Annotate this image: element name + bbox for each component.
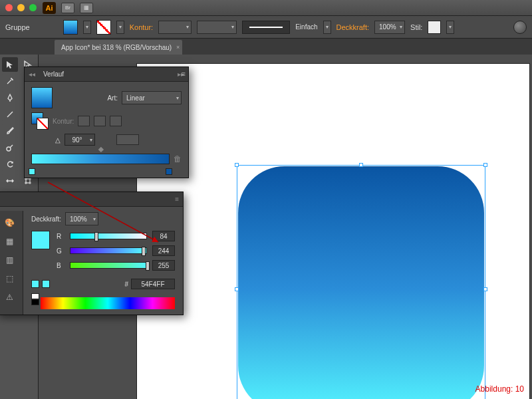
warning-icon[interactable]: ⚠ [3, 291, 17, 304]
arrange-docs-icon[interactable]: ▦ [80, 3, 93, 13]
b-value[interactable]: 255 [152, 260, 175, 271]
kontur-label: Kontur: [130, 23, 153, 31]
line-tool-icon[interactable] [2, 107, 18, 122]
brush-label: Einfach [295, 23, 317, 31]
r-value[interactable]: 84 [152, 231, 175, 241]
selection-bounding-box [237, 165, 485, 399]
figure-caption: Abbildung: 10 [475, 384, 524, 394]
gradient-ramp[interactable] [31, 154, 170, 164]
opacity-dropdown[interactable]: 100% [374, 21, 405, 34]
blob-brush-tool-icon[interactable] [2, 140, 18, 155]
swatches-panel-icon[interactable]: ▥ [3, 253, 17, 267]
resize-handle-icon[interactable] [235, 287, 239, 291]
document-tab-bar: App Icon* bei 318 % (RGB/Vorschau) × [0, 39, 532, 55]
fill-swatch[interactable] [63, 20, 78, 35]
fill-stroke-toggle[interactable] [31, 112, 49, 130]
color-guide-icon[interactable]: ▦ [3, 235, 17, 248]
color-panel-icon[interactable]: 🎨 [3, 216, 17, 229]
close-window-icon[interactable] [5, 4, 13, 11]
gradient-stop-left[interactable] [29, 168, 35, 175]
black-swatch-icon[interactable] [31, 299, 39, 305]
fill-dropdown[interactable] [83, 21, 91, 34]
color-opacity-label: Deckkraft: [31, 215, 61, 223]
b-label: B [57, 262, 65, 269]
selection-type-label: Gruppe [5, 23, 30, 31]
aspect-ratio-field[interactable] [116, 134, 139, 145]
angle-icon: △ [55, 136, 61, 144]
document-tab[interactable]: App Icon* bei 318 % (RGB/Vorschau) × [55, 40, 182, 55]
gradient-type-label: Art: [107, 94, 118, 102]
g-value[interactable]: 244 [152, 245, 175, 256]
window-traffic-lights [5, 4, 37, 11]
resize-handle-icon[interactable] [483, 163, 487, 167]
gradient-panel-tab[interactable]: Verlauf [39, 69, 68, 79]
title-bar: Ai Br ▦ [0, 0, 532, 16]
selection-tool-icon[interactable] [2, 57, 18, 72]
g-slider[interactable] [70, 247, 147, 254]
r-label: R [57, 233, 65, 240]
brush-dropdown[interactable] [323, 21, 331, 34]
stroke-dropdown[interactable] [116, 21, 124, 34]
delete-stop-icon[interactable]: 🗑 [174, 154, 182, 164]
document-tab-label: App Icon* bei 318 % (RGB/Vorschau) [61, 44, 172, 51]
gradient-panel: ◂◂ Verlauf ▸▸ ≡ Art: Linear Kontur: △ [24, 66, 189, 178]
stroke-gradient-within-icon[interactable] [78, 116, 90, 126]
panel-header[interactable]: ≡ [0, 192, 183, 207]
control-bar: Gruppe Kontur: Einfach Deckkraft: 100% S… [0, 16, 532, 39]
in-gamut-swatch-icon[interactable] [31, 280, 39, 288]
stroke-gradient-along-icon[interactable] [94, 116, 106, 126]
pen-tool-icon[interactable] [2, 90, 18, 105]
resize-handle-icon[interactable] [483, 287, 487, 291]
opacity-label: Deckkraft: [336, 23, 370, 31]
gradient-stop-right[interactable] [166, 168, 172, 175]
web-safe-swatch-icon[interactable] [42, 280, 50, 288]
panel-menu-icon[interactable]: ≡ [182, 70, 186, 78]
bridge-icon[interactable]: Br [61, 3, 74, 13]
zoom-window-icon[interactable] [29, 4, 37, 11]
magic-wand-tool-icon[interactable] [2, 74, 18, 88]
variable-width-dropdown[interactable] [197, 21, 237, 34]
panel-menu-icon[interactable]: ≡ [175, 196, 179, 203]
style-dropdown[interactable] [446, 21, 454, 34]
hex-prefix: # [124, 281, 128, 288]
brush-preview[interactable] [242, 21, 290, 34]
g-label: G [57, 247, 65, 255]
hex-field[interactable]: 54F4FF [131, 279, 175, 289]
close-tab-icon[interactable]: × [176, 44, 180, 51]
gradient-preview-swatch[interactable] [31, 87, 53, 108]
rotate-tool-icon[interactable] [2, 157, 18, 172]
color-panel: ≡ 🎨 ▦ ▥ ⬚ ⚠ Deckkraft: 100% R 84 [0, 192, 184, 315]
gradient-type-dropdown[interactable]: Linear [122, 91, 182, 104]
width-tool-icon[interactable] [2, 174, 18, 188]
minimize-window-icon[interactable] [17, 4, 25, 11]
r-slider[interactable] [70, 233, 147, 239]
panel-header[interactable]: ◂◂ Verlauf ▸▸ [25, 67, 188, 82]
resize-handle-icon[interactable] [359, 163, 363, 167]
style-swatch[interactable] [428, 21, 441, 34]
style-label: Stil: [410, 23, 422, 31]
document-setup-icon[interactable] [513, 21, 527, 34]
paintbrush-tool-icon[interactable] [2, 124, 18, 138]
spectrum-ramp[interactable] [41, 297, 175, 309]
stroke-gradient-across-icon[interactable] [110, 116, 122, 126]
stroke-swatch[interactable] [96, 20, 111, 35]
stroke-weight-dropdown[interactable] [158, 21, 192, 34]
illustrator-logo-icon: Ai [43, 2, 56, 14]
white-swatch-icon[interactable] [31, 293, 39, 299]
gradient-midpoint-icon[interactable] [98, 147, 104, 152]
b-slider[interactable] [70, 262, 147, 269]
3d-panel-icon[interactable]: ⬚ [3, 272, 17, 285]
resize-handle-icon[interactable] [235, 163, 239, 167]
gradient-angle-field[interactable]: 90° [65, 134, 95, 146]
color-opacity-dropdown[interactable]: 100% [65, 212, 98, 225]
current-color-swatch[interactable] [31, 231, 50, 249]
gradient-kontur-label: Kontur: [53, 118, 74, 125]
